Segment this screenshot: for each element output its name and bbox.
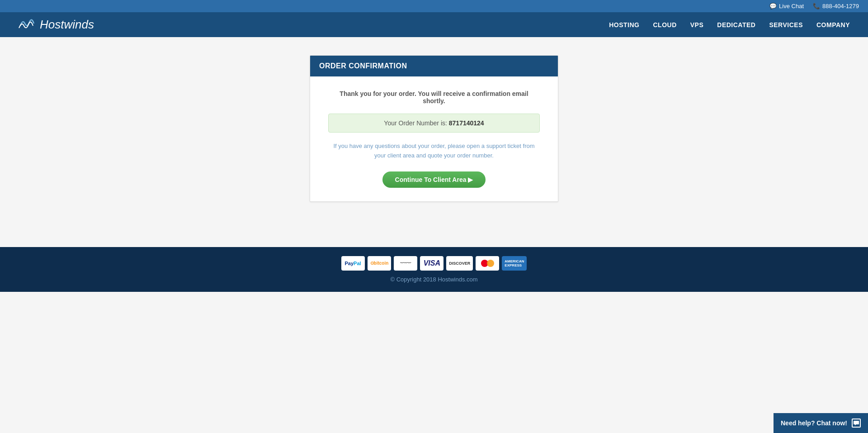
order-confirmation-title: ORDER CONFIRMATION: [319, 62, 407, 70]
order-confirmation-card: ORDER CONFIRMATION Thank you for your or…: [310, 55, 558, 202]
payment-icons: PayPal ⊙bitcoin 〰〰〰 VISA DISCOVER: [341, 256, 527, 271]
footer: PayPal ⊙bitcoin 〰〰〰 VISA DISCOVER: [0, 247, 868, 292]
continue-to-client-area-button[interactable]: Continue To Client Area ▶: [382, 171, 486, 188]
nav-company[interactable]: COMPANY: [816, 21, 850, 29]
navbar: Hostwinds HOSTING CLOUD VPS DEDICATED SE…: [0, 12, 868, 37]
nav-services[interactable]: SERVICES: [769, 21, 803, 29]
svg-rect-0: [854, 421, 859, 424]
phone-link[interactable]: 📞 888-404-1279: [813, 3, 859, 10]
phone-icon: 📞: [813, 3, 820, 10]
footer-inner: PayPal ⊙bitcoin 〰〰〰 VISA DISCOVER: [18, 256, 850, 283]
nav-links: HOSTING CLOUD VPS DEDICATED SERVICES COM…: [609, 21, 850, 29]
echeck-icon: 〰〰〰: [394, 256, 417, 271]
order-card-header: ORDER CONFIRMATION: [310, 56, 558, 76]
nav-vps[interactable]: VPS: [690, 21, 704, 29]
chat-widget-label: Need help? Chat now!: [781, 419, 847, 427]
main-content: ORDER CONFIRMATION Thank you for your or…: [0, 37, 868, 220]
support-text: If you have any questions about your ord…: [328, 142, 540, 161]
bitcoin-icon: ⊙bitcoin: [368, 256, 392, 271]
thank-you-message: Thank you for your order. You will recei…: [328, 90, 540, 105]
amex-icon: AMERICANEXPRESS: [502, 256, 527, 271]
svg-marker-1: [855, 424, 856, 425]
copyright-text: © Copyright 2018 Hostwinds.com: [390, 276, 477, 283]
discover-icon: DISCOVER: [446, 256, 473, 271]
order-number-box: Your Order Number is: 8717140124: [328, 114, 540, 133]
logo[interactable]: Hostwinds: [18, 17, 94, 33]
nav-cloud[interactable]: CLOUD: [653, 21, 676, 29]
nav-hosting[interactable]: HOSTING: [609, 21, 639, 29]
logo-text: Hostwinds: [40, 18, 94, 32]
logo-wave-icon: [18, 17, 36, 33]
phone-number: 888-404-1279: [822, 3, 859, 10]
live-chat-link[interactable]: 💬 Live Chat: [769, 3, 804, 10]
order-card-body: Thank you for your order. You will recei…: [310, 76, 558, 201]
chat-widget-icon: [852, 419, 861, 428]
nav-dedicated[interactable]: DEDICATED: [717, 21, 755, 29]
order-number-label: Your Order Number is:: [384, 119, 447, 127]
chat-widget[interactable]: Need help? Chat now!: [774, 413, 868, 433]
visa-icon: VISA: [420, 256, 443, 271]
top-bar: 💬 Live Chat 📞 888-404-1279: [0, 0, 868, 12]
order-number-value: 8717140124: [449, 119, 484, 127]
live-chat-label: Live Chat: [779, 3, 804, 10]
paypal-icon: PayPal: [341, 256, 365, 271]
mastercard-icon: [476, 256, 499, 271]
chat-icon: 💬: [769, 3, 777, 10]
